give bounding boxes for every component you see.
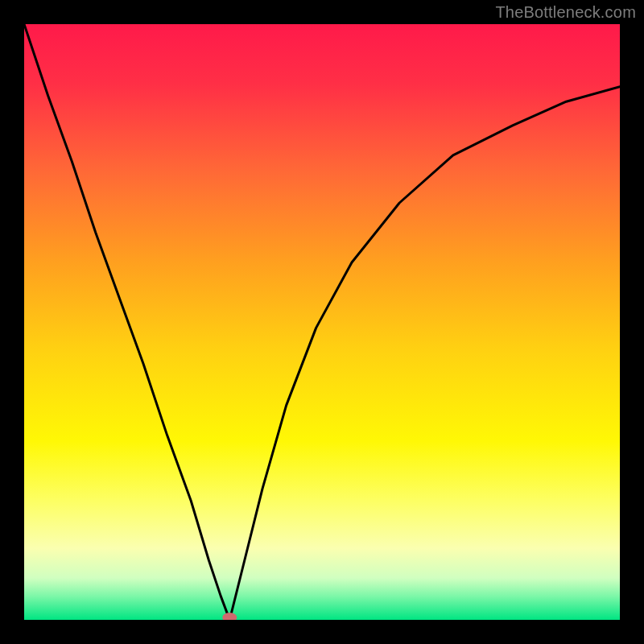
watermark-label: TheBottleneck.com (495, 3, 636, 22)
chart-frame: TheBottleneck.com (0, 0, 644, 644)
plot-area (24, 24, 620, 620)
bottleneck-curve-canvas (24, 24, 620, 620)
